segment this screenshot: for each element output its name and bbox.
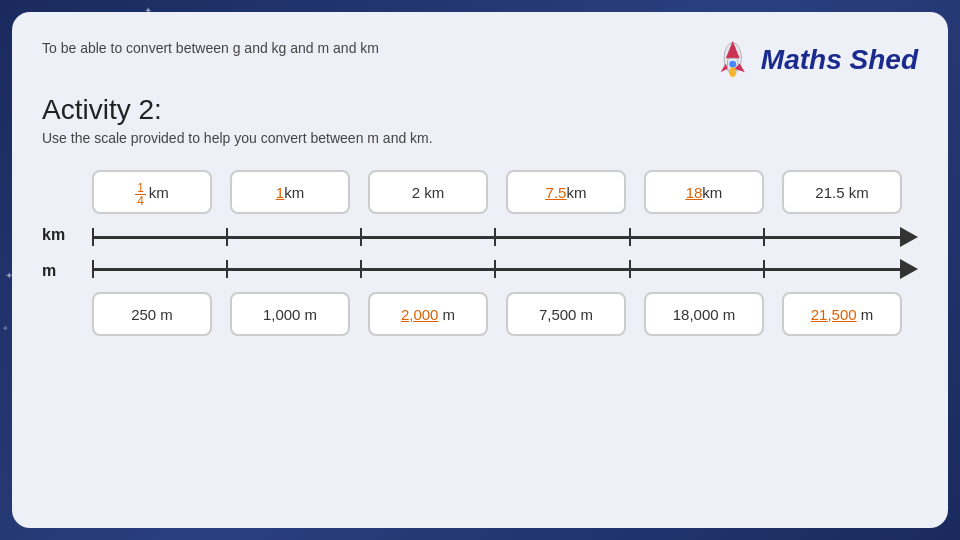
axis-labels: km m xyxy=(42,220,92,284)
main-card: To be able to convert between g and kg a… xyxy=(12,12,948,528)
m-arrow xyxy=(900,259,918,279)
bottom-value-row: 250 m 1,000 m 2,000 m 7,500 m 18,000 m 2… xyxy=(92,292,918,336)
svg-point-3 xyxy=(729,61,736,68)
km-line xyxy=(92,226,918,248)
tick-m-4 xyxy=(629,260,631,278)
top-value-4: 7.5 km xyxy=(506,170,626,214)
bottom-value-3: 2,000 m xyxy=(368,292,488,336)
activity-description: Use the scale provided to help you conve… xyxy=(42,130,918,146)
bottom-value-6: 21,500 m xyxy=(782,292,902,336)
top-value-3: 2 km xyxy=(368,170,488,214)
logo-text: Maths Shed xyxy=(761,44,918,76)
logo-area: Maths Shed xyxy=(705,34,918,86)
activity-title: Activity 2: xyxy=(42,94,918,126)
top-value-1: 1 4 km xyxy=(92,170,212,214)
tick-m-2 xyxy=(360,260,362,278)
m-label: m xyxy=(42,258,92,284)
scale-lines xyxy=(92,224,918,280)
tick-3 xyxy=(494,228,496,246)
scale-area: 1 4 km 1 km 2 km 7.5 km 18 km 21.5 km xyxy=(42,170,918,336)
top-value-6: 21.5 km xyxy=(782,170,902,214)
bottom-value-2: 1,000 m xyxy=(230,292,350,336)
tick-1 xyxy=(226,228,228,246)
bottom-value-1: 250 m xyxy=(92,292,212,336)
tick-m-0 xyxy=(92,260,94,278)
tick-m-3 xyxy=(494,260,496,278)
tick-5 xyxy=(763,228,765,246)
km-arrow xyxy=(900,227,918,247)
bottom-value-5: 18,000 m xyxy=(644,292,764,336)
tick-0 xyxy=(92,228,94,246)
km-label: km xyxy=(42,222,92,248)
rocket-icon xyxy=(705,34,757,86)
bottom-value-4: 7,500 m xyxy=(506,292,626,336)
lines-row: km m xyxy=(42,220,918,284)
tick-m-5 xyxy=(763,260,765,278)
m-line xyxy=(92,258,918,280)
tick-4 xyxy=(629,228,631,246)
tick-2 xyxy=(360,228,362,246)
tick-m-1 xyxy=(226,260,228,278)
objective-text: To be able to convert between g and kg a… xyxy=(42,40,379,56)
m-line-body xyxy=(92,268,900,271)
top-value-2: 1 km xyxy=(230,170,350,214)
top-value-5: 18 km xyxy=(644,170,764,214)
top-value-row: 1 4 km 1 km 2 km 7.5 km 18 km 21.5 km xyxy=(92,170,918,214)
km-line-body xyxy=(92,236,900,239)
header: To be able to convert between g and kg a… xyxy=(42,34,918,86)
svg-point-6 xyxy=(729,67,736,77)
